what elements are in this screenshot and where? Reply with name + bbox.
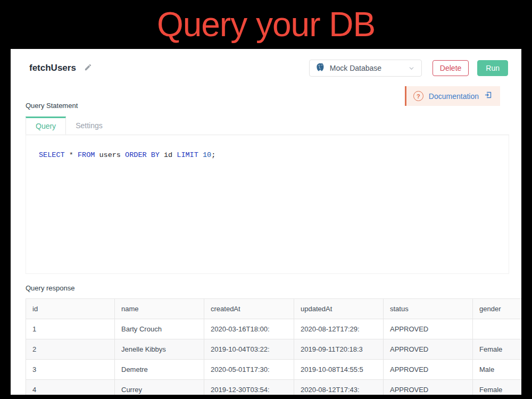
response-table-container: idnamecreatedAtupdatedAtstatusgenderavat… xyxy=(26,298,521,395)
datasource-dropdown[interactable]: Mock Database xyxy=(309,60,422,77)
query-response-label: Query response xyxy=(26,284,521,292)
table-cell: Currey xyxy=(115,380,204,395)
pencil-icon xyxy=(84,63,92,73)
response-table: idnamecreatedAtupdatedAtstatusgenderavat… xyxy=(26,299,521,395)
table-cell: APPROVED xyxy=(384,360,473,380)
table-cell: 2020-08-12T17:29: xyxy=(294,319,384,339)
run-button[interactable]: Run xyxy=(477,60,508,76)
table-cell xyxy=(473,319,522,339)
column-header: gender xyxy=(473,299,522,319)
table-cell: 2019-12-30T03:54: xyxy=(204,380,294,395)
slide-title: Query your DB xyxy=(0,0,532,49)
chevron-down-icon xyxy=(408,65,415,72)
table-cell: Demetre xyxy=(115,360,204,380)
app-panel: fetchUsers Mock Database xyxy=(11,49,521,395)
query-name: fetchUsers xyxy=(29,63,76,73)
table-cell: APPROVED xyxy=(384,380,473,395)
table-cell: 4 xyxy=(26,380,115,395)
sql-keyword: ORDER BY xyxy=(125,151,160,159)
table-header-row: idnamecreatedAtupdatedAtstatusgenderavat… xyxy=(26,299,521,319)
documentation-link[interactable]: ? Documentation xyxy=(405,86,500,106)
table-cell: 2019-10-04T03:22: xyxy=(204,339,294,360)
table-cell: APPROVED xyxy=(384,319,473,339)
table-cell: 2019-09-11T20:18:3 xyxy=(294,339,384,360)
documentation-label: Documentation xyxy=(429,92,479,101)
table-cell: Barty Crouch xyxy=(115,319,204,339)
table-cell: 2020-08-12T17:43: xyxy=(294,380,384,395)
table-cell: Female xyxy=(473,380,522,395)
column-header: id xyxy=(26,299,115,319)
sql-keyword: FROM xyxy=(78,151,95,159)
table-row: 4Currey2019-12-30T03:54:2020-08-12T17:43… xyxy=(26,380,521,395)
editor-tabbar: Query Settings xyxy=(26,117,509,135)
table-cell: 2020-05-01T17:30: xyxy=(204,360,294,380)
sql-keyword: LIMIT xyxy=(177,151,198,159)
column-header: name xyxy=(115,299,204,319)
sql-editor[interactable]: SELECT * FROM users ORDER BY id LIMIT 10… xyxy=(26,135,509,274)
table-row: 3Demetre2020-05-01T17:30:2019-10-08T14:5… xyxy=(26,360,521,380)
table-cell: 3 xyxy=(26,360,115,380)
table-row: 1Barty Crouch2020-03-16T18:00:2020-08-12… xyxy=(26,319,521,339)
column-header: createdAt xyxy=(204,299,294,319)
table-cell: 2019-10-08T14:55:5 xyxy=(294,360,384,380)
sql-number: 10 xyxy=(203,151,211,159)
sql-semicolon: ; xyxy=(211,151,215,159)
rename-query-button[interactable] xyxy=(84,63,92,73)
sql-column-name: id xyxy=(164,151,172,159)
sql-star: * xyxy=(69,151,73,159)
postgresql-icon xyxy=(316,63,325,73)
table-cell: Jenelle Kibbys xyxy=(115,339,204,360)
table-row: 2Jenelle Kibbys2019-10-04T03:22:2019-09-… xyxy=(26,339,521,360)
table-body: 1Barty Crouch2020-03-16T18:00:2020-08-12… xyxy=(26,319,521,395)
sql-statement: SELECT * FROM users ORDER BY id LIMIT 10… xyxy=(39,151,496,159)
datasource-selected-value: Mock Database xyxy=(330,64,381,72)
table-cell: Female xyxy=(473,339,522,360)
table-cell: APPROVED xyxy=(384,339,473,360)
delete-button[interactable]: Delete xyxy=(433,60,469,76)
query-header: fetchUsers Mock Database xyxy=(26,60,508,77)
column-header: status xyxy=(384,299,473,319)
sql-table-name: users xyxy=(99,151,121,159)
table-cell: 1 xyxy=(26,319,115,339)
tab-query[interactable]: Query xyxy=(26,117,66,135)
tab-settings[interactable]: Settings xyxy=(66,117,112,135)
question-circle-icon: ? xyxy=(413,91,423,101)
table-cell: Male xyxy=(473,360,522,380)
column-header: updatedAt xyxy=(294,299,384,319)
sql-keyword: SELECT xyxy=(39,151,65,159)
table-cell: 2020-03-16T18:00: xyxy=(204,319,294,339)
open-doc-icon xyxy=(484,91,492,101)
table-cell: 2 xyxy=(26,339,115,360)
